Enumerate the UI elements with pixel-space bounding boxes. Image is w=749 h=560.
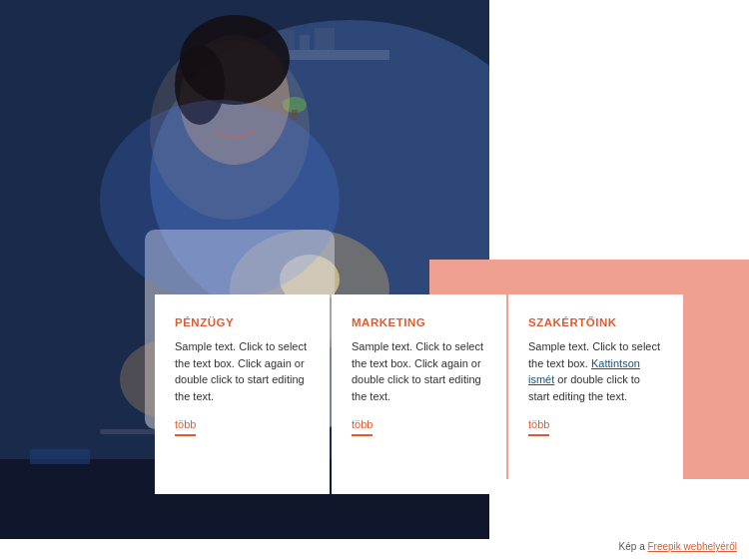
credit-prefix: Kép a <box>619 541 648 552</box>
card-marketing-title: MARKETING <box>352 316 486 328</box>
card-szakertoink-title: SZAKÉRTŐINK <box>528 316 663 328</box>
card-szakertoink-more[interactable]: több <box>528 418 549 436</box>
card-penzugy-body: Sample text. Click to select the text bo… <box>175 338 310 404</box>
svg-rect-7 <box>315 28 335 50</box>
card-szakertoink: SZAKÉRTŐINK Sample text. Click to select… <box>508 294 683 494</box>
credit-link[interactable]: Freepik webhelyéről <box>648 541 738 552</box>
card-marketing-body: Sample text. Click to select the text bo… <box>352 338 486 404</box>
card-penzugy: PÉNZÜGY Sample text. Click to select the… <box>155 294 330 494</box>
card-marketing-more[interactable]: több <box>352 418 373 436</box>
svg-rect-6 <box>300 35 310 50</box>
card-szakertoink-body: Sample text. Click to select the text bo… <box>528 338 663 404</box>
svg-rect-20 <box>30 449 90 464</box>
credit-line: Kép a Freepik webhelyéről <box>619 541 737 552</box>
cards-container: PÉNZÜGY Sample text. Click to select the… <box>155 294 683 494</box>
card-penzugy-title: PÉNZÜGY <box>175 316 310 328</box>
svg-point-15 <box>100 100 340 299</box>
card-marketing: MARKETING Sample text. Click to select t… <box>332 294 506 494</box>
card-penzugy-more[interactable]: több <box>175 418 196 436</box>
